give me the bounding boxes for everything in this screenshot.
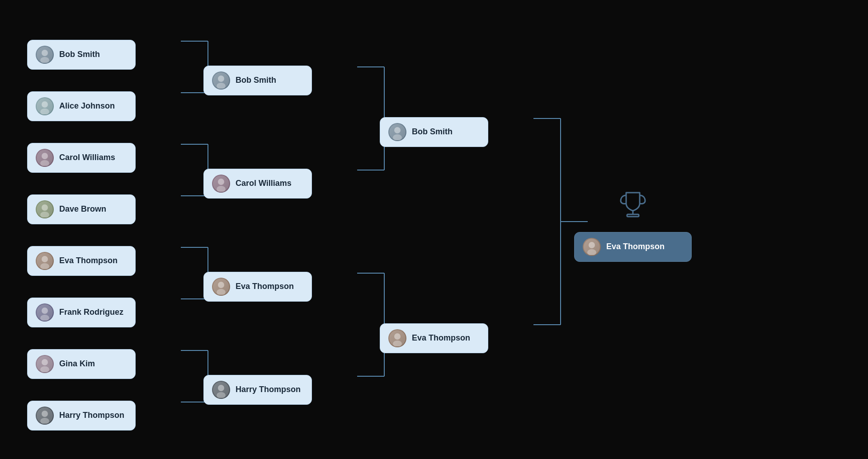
svg-rect-71 [627,214,639,217]
player-name-harry-r2: Harry Thompson [236,385,301,394]
svg-point-68 [394,333,401,340]
r1-eva[interactable]: Eva Thompson [27,246,136,276]
avatar-eva-r1 [36,252,54,270]
avatar-eva-r2 [212,278,230,296]
player-name-carol-r1: Carol Williams [59,153,115,162]
avatar-dave-r1 [36,200,54,218]
bracket-wrapper: Bob Smith Alice Johnson Carol Williams D… [27,13,841,447]
winner-card[interactable]: Eva Thompson [574,232,692,262]
r1-dave[interactable]: Dave Brown [27,194,136,224]
r1-gina[interactable]: Gina Kim [27,349,136,379]
r1-carol[interactable]: Carol Williams [27,143,136,173]
svg-point-65 [394,127,401,133]
svg-point-38 [42,204,48,211]
trophy-icon [617,189,649,220]
winner-name: Eva Thompson [606,242,665,251]
svg-point-41 [42,256,48,262]
r2-harry[interactable]: Harry Thompson [203,375,312,405]
svg-point-53 [218,76,224,82]
avatar-bob-r2 [212,71,230,90]
r3-bob[interactable]: Bob Smith [380,117,488,147]
avatar-eva-r3 [388,329,406,347]
r3-eva[interactable]: Eva Thompson [380,323,488,353]
r1-alice[interactable]: Alice Johnson [27,91,136,121]
r1-frank[interactable]: Frank Rodriguez [27,298,136,327]
player-name-eva-r1: Eva Thompson [59,256,118,265]
r1-harry[interactable]: Harry Thompson [27,401,136,431]
r2-eva[interactable]: Eva Thompson [203,272,312,302]
player-name-eva-r2: Eva Thompson [236,282,294,291]
r2-bob[interactable]: Bob Smith [203,66,312,95]
svg-point-50 [42,411,48,417]
svg-point-35 [42,153,48,159]
avatar-harry-r2 [212,381,230,399]
player-name-frank-r1: Frank Rodriguez [59,308,123,317]
player-name-alice-r1: Alice Johnson [59,101,115,111]
avatar-carol-r2 [212,175,230,193]
svg-point-44 [42,308,48,314]
avatar-bob-r1 [36,46,54,64]
svg-point-56 [218,179,224,185]
player-name-carol-r2: Carol Williams [236,179,292,188]
player-name-harry-r1: Harry Thompson [59,411,124,420]
svg-point-59 [218,282,224,288]
player-name-gina-r1: Gina Kim [59,359,95,369]
svg-point-32 [42,101,48,108]
player-name-eva-r3: Eva Thompson [412,333,470,343]
final-column: Eva Thompson [574,189,692,262]
svg-point-47 [42,359,48,365]
avatar-eva-winner [583,238,601,256]
player-name-dave-r1: Dave Brown [59,204,106,214]
avatar-alice-r1 [36,97,54,115]
player-name-bob-r2: Bob Smith [236,76,276,85]
connector-lines [63,13,868,447]
avatar-bob-r3 [388,123,406,141]
svg-point-62 [218,385,224,391]
avatar-gina-r1 [36,355,54,373]
svg-point-73 [589,242,595,248]
avatar-frank-r1 [36,303,54,322]
player-name-bob-r3: Bob Smith [412,127,453,137]
svg-point-29 [42,50,48,56]
player-name-bob-r1: Bob Smith [59,50,100,59]
r2-carol[interactable]: Carol Williams [203,169,312,199]
r1-bob[interactable]: Bob Smith [27,40,136,70]
avatar-carol-r1 [36,149,54,167]
avatar-harry-r1 [36,407,54,425]
